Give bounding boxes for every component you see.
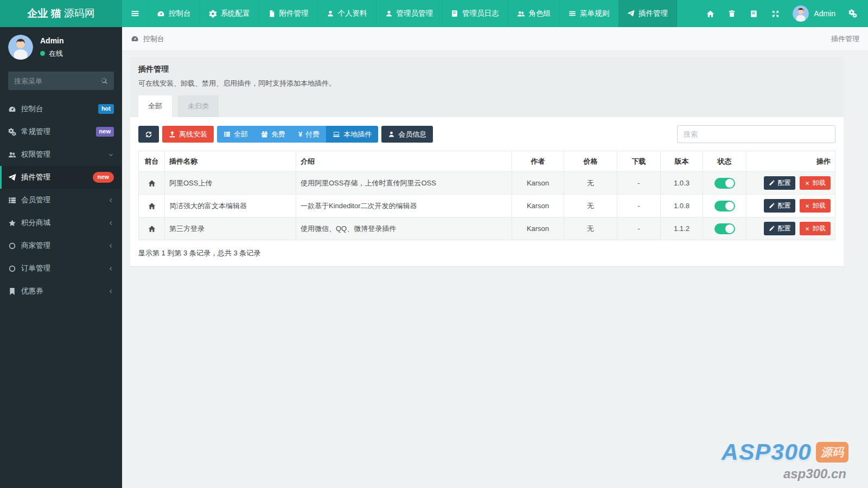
sidebar-item-label: 会员管理 (21, 195, 108, 205)
menu-search-input[interactable] (14, 77, 100, 85)
book-icon (451, 10, 458, 17)
status-toggle[interactable] (714, 223, 735, 234)
sidebar-toggle-button[interactable] (122, 0, 148, 27)
trash-icon (728, 10, 736, 17)
status-toggle[interactable] (714, 201, 735, 211)
table-search-input[interactable] (677, 125, 835, 143)
frontend-link[interactable] (139, 172, 165, 195)
button-label: 付费 (305, 130, 320, 139)
username: Admin (814, 9, 835, 18)
frontend-link[interactable] (139, 217, 165, 240)
uninstall-button[interactable]: 卸载 (800, 222, 831, 235)
table-row: 第三方登录 使用微信、QQ、微博登录插件 Karson 无 - 1.1.2 配置… (139, 217, 835, 240)
bookmark-icon (8, 287, 21, 296)
uninstall-button[interactable]: 卸载 (800, 199, 831, 213)
sidebar-item-plugins[interactable]: 插件管理 new (0, 166, 122, 189)
nav-label: 系统配置 (221, 9, 250, 18)
gift-icon (261, 131, 268, 138)
refresh-button[interactable] (138, 126, 159, 143)
sidebar-item-general[interactable]: 常规管理 new (0, 120, 122, 143)
frontend-link[interactable] (139, 195, 165, 217)
nav-label: 管理员管理 (397, 9, 433, 18)
nav-item-admin-log[interactable]: 管理员日志 (442, 0, 508, 27)
user-menu[interactable]: Admin (786, 5, 842, 22)
nav-item-menu-rules[interactable]: 菜单规则 (560, 0, 618, 27)
fullscreen-button[interactable] (764, 0, 786, 27)
chevron-left-icon (108, 220, 114, 226)
breadcrumb-home-link[interactable]: 控制台 (131, 34, 164, 44)
sidebar-item-coupons[interactable]: 优惠券 (0, 280, 122, 303)
tab-all[interactable]: 全部 (138, 95, 172, 117)
filter-paid-button[interactable]: ¥ 付费 (292, 126, 326, 143)
downloads-cell: - (617, 172, 661, 195)
button-label: 离线安装 (179, 130, 207, 139)
offline-install-button[interactable]: 离线安装 (162, 126, 214, 143)
dashboard-icon (157, 10, 165, 18)
docs-button[interactable] (743, 0, 764, 27)
sidebar-item-orders[interactable]: 订单管理 (0, 257, 122, 280)
nav-item-admins[interactable]: 管理员管理 (376, 0, 443, 27)
home-button[interactable] (699, 0, 721, 27)
users-icon (8, 151, 21, 159)
filter-free-button[interactable]: 免费 (254, 126, 292, 143)
yen-icon: ¥ (298, 130, 302, 138)
downloads-cell: - (617, 217, 661, 240)
sidebar-item-members[interactable]: 会员管理 (0, 189, 122, 211)
user-icon (388, 131, 395, 138)
status-dot (40, 51, 45, 56)
version-cell: 1.0.8 (661, 195, 703, 217)
tab-uncategorized[interactable]: 未归类 (178, 95, 219, 117)
search-icon[interactable] (100, 77, 108, 85)
configure-button[interactable]: 配置 (764, 222, 795, 235)
col-author: 作者 (512, 151, 564, 172)
star-icon (8, 219, 21, 227)
nav-item-attachments[interactable]: 附件管理 (259, 0, 318, 27)
home-icon (706, 10, 714, 18)
hamburger-icon (131, 9, 139, 18)
configure-button[interactable]: 配置 (764, 199, 795, 213)
sidebar-item-dashboard[interactable]: 控制台 hot (0, 98, 122, 120)
app-logo[interactable]: 企业 猫 源码网 (0, 0, 122, 27)
price-cell: 无 (564, 172, 617, 195)
sidebar-item-permissions[interactable]: 权限管理 (0, 143, 122, 166)
member-info-button[interactable]: 会员信息 (381, 126, 433, 143)
dashboard-icon (8, 105, 21, 113)
price-cell: 无 (564, 195, 617, 217)
nav-item-profile[interactable]: 个人资料 (318, 0, 376, 27)
top-nav: 控制台 系统配置 附件管理 个人资料 管理员管理 管理员日志 角色组 菜单规则 (122, 0, 699, 27)
sidebar-item-label: 插件管理 (21, 172, 93, 182)
col-downloads: 下载 (617, 151, 661, 172)
clear-cache-button[interactable] (721, 0, 743, 27)
file-icon (268, 10, 276, 17)
menu-icon (569, 10, 576, 17)
nav-item-dashboard[interactable]: 控制台 (148, 0, 200, 27)
sidebar-item-merchants[interactable]: 商家管理 (0, 234, 122, 257)
plugin-name-cell: 第三方登录 (165, 217, 296, 240)
sidebar-item-points-mall[interactable]: 积分商城 (0, 211, 122, 234)
configure-button[interactable]: 配置 (764, 176, 795, 190)
times-icon (805, 226, 810, 232)
price-cell: 无 (564, 217, 617, 240)
refresh-icon (145, 131, 152, 138)
settings-button[interactable] (842, 0, 864, 27)
nav-item-plugins[interactable]: 插件管理 (618, 0, 677, 27)
book-icon (750, 10, 758, 18)
button-label: 卸载 (813, 224, 826, 233)
times-icon (805, 203, 810, 209)
page-description: 可在线安装、卸载、禁用、启用插件，同时支持添加本地插件。 (138, 79, 835, 88)
status-toggle[interactable] (714, 178, 735, 189)
filter-all-button[interactable]: 全部 (217, 126, 254, 143)
col-version: 版本 (661, 151, 703, 172)
dashboard-icon (131, 35, 139, 43)
avatar[interactable] (8, 35, 33, 60)
button-label: 配置 (777, 178, 790, 188)
user-icon (327, 10, 334, 17)
filter-local-button[interactable]: 本地插件 (326, 126, 378, 143)
nav-label: 控制台 (169, 9, 191, 18)
nav-label: 菜单规则 (580, 9, 609, 18)
nav-item-system-config[interactable]: 系统配置 (200, 0, 259, 27)
paper-plane-icon (627, 10, 635, 17)
uninstall-button[interactable]: 卸载 (800, 176, 831, 190)
list-icon (8, 196, 21, 204)
nav-item-role-group[interactable]: 角色组 (508, 0, 560, 27)
